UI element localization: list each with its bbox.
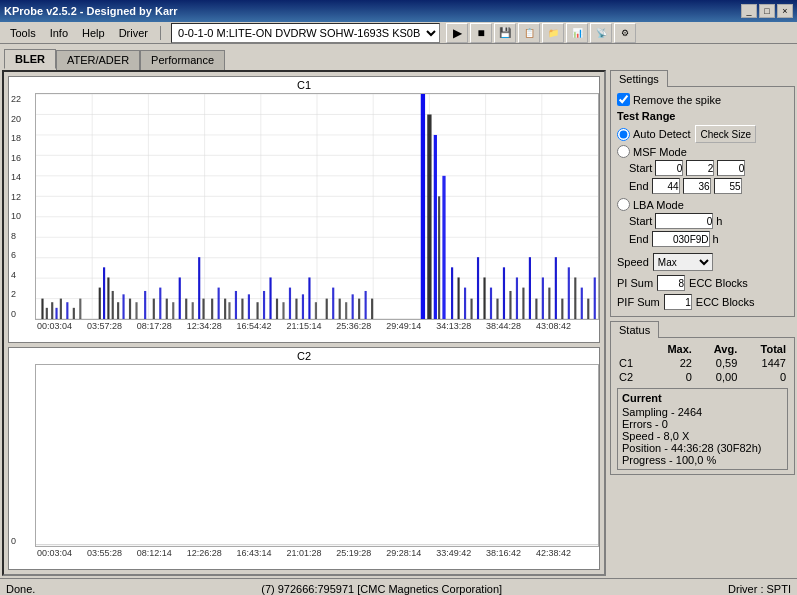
stop-button[interactable]: ■ (470, 23, 492, 43)
svg-rect-68 (352, 294, 354, 319)
svg-rect-26 (66, 302, 68, 319)
y-label-16: 16 (11, 153, 33, 163)
tab-performance[interactable]: Performance (140, 50, 225, 70)
c1-chart-svg (36, 94, 598, 319)
auto-detect-label: Auto Detect (633, 128, 690, 140)
svg-rect-78 (458, 277, 460, 319)
c2-x1: 03:55:28 (87, 548, 122, 558)
svg-rect-45 (198, 257, 200, 319)
check-size-button[interactable]: Check Size (695, 125, 756, 143)
tab-ater-ader[interactable]: ATER/ADER (56, 50, 140, 70)
status-table: Max. Avg. Total C1 22 0,59 1447 (617, 342, 788, 384)
speed-current-label: Speed - (622, 430, 661, 442)
status-c2-label: C2 (617, 370, 647, 384)
msf-end-0[interactable] (652, 178, 680, 194)
msf-mode-label: MSF Mode (633, 146, 687, 158)
save-button[interactable]: 💾 (494, 23, 516, 43)
svg-rect-52 (241, 299, 243, 319)
antenna-button[interactable]: 📡 (590, 23, 612, 43)
speed-current-row: Speed - 8,0 X (622, 430, 783, 442)
tab-bler[interactable]: BLER (4, 49, 56, 69)
svg-rect-51 (235, 291, 237, 319)
c1-x5: 21:15:14 (286, 321, 321, 331)
c1-y-axis: 22 20 18 16 14 12 10 8 6 4 2 0 (9, 93, 35, 320)
speed-select[interactable]: Max (653, 253, 713, 271)
svg-rect-96 (574, 277, 576, 319)
remove-spike-checkbox[interactable] (617, 93, 630, 106)
folder-button[interactable]: 📁 (542, 23, 564, 43)
c1-x10: 43:08:42 (536, 321, 571, 331)
c1-x3: 12:34:28 (187, 321, 222, 331)
pif-sum-input[interactable] (664, 294, 692, 310)
svg-rect-85 (503, 267, 505, 319)
drive-selector[interactable]: 0-0-1-0 M:LITE-ON DVDRW SOHW-1693S KS0B (171, 23, 440, 43)
svg-rect-36 (135, 302, 137, 319)
svg-rect-97 (581, 288, 583, 320)
svg-rect-37 (144, 291, 146, 319)
svg-rect-69 (358, 299, 360, 319)
msf-mode-radio[interactable] (617, 145, 630, 158)
lba-start-input[interactable] (655, 213, 713, 229)
speed-current-value: 8,0 X (664, 430, 690, 442)
pi-sum-row: PI Sum ECC Blocks (617, 275, 788, 291)
tab-bar: BLER ATER/ADER Performance (0, 44, 797, 68)
msf-start-0[interactable] (655, 160, 683, 176)
svg-rect-41 (172, 302, 174, 319)
svg-rect-25 (60, 299, 62, 319)
msf-end-1[interactable] (683, 178, 711, 194)
status-c1-total: 1447 (739, 356, 788, 370)
msf-end-2[interactable] (714, 178, 742, 194)
menu-tools[interactable]: Tools (4, 25, 42, 41)
svg-rect-22 (46, 308, 48, 319)
progress-row: Progress - 100,0 % (622, 454, 783, 466)
msf-start-2[interactable] (717, 160, 745, 176)
lba-mode-radio[interactable] (617, 198, 630, 211)
menu-driver[interactable]: Driver (113, 25, 154, 41)
svg-rect-30 (103, 267, 105, 319)
status-c2-avg: 0,00 (694, 370, 739, 384)
svg-rect-83 (490, 288, 492, 320)
svg-rect-50 (228, 302, 230, 319)
current-title: Current (622, 392, 783, 404)
status-tab[interactable]: Status (610, 321, 659, 338)
auto-detect-radio[interactable] (617, 128, 630, 141)
copy-button[interactable]: 📋 (518, 23, 540, 43)
svg-rect-95 (568, 267, 570, 319)
minimize-button[interactable]: _ (741, 4, 757, 18)
status-col-total: Total (739, 342, 788, 356)
status-c1-label: C1 (617, 356, 647, 370)
status-bar-center: (7) 972666:795971 [CMC Magnetics Corpora… (261, 583, 502, 595)
msf-start-1[interactable] (686, 160, 714, 176)
settings-button[interactable]: ⚙ (614, 23, 636, 43)
c1-chart-title: C1 (9, 77, 599, 93)
svg-rect-90 (535, 299, 537, 319)
c1-x7: 29:49:14 (386, 321, 421, 331)
svg-rect-89 (529, 257, 531, 319)
settings-content: Remove the spike Test Range Auto Detect … (610, 86, 795, 317)
msf-mode-row: MSF Mode (617, 145, 788, 158)
settings-tab[interactable]: Settings (610, 70, 668, 87)
lba-end-h: h (713, 233, 719, 245)
svg-rect-44 (192, 302, 194, 319)
svg-rect-58 (282, 302, 284, 319)
c1-x-labels: 00:03:04 03:57:28 08:17:28 12:34:28 16:5… (9, 320, 599, 331)
pi-sum-input[interactable] (657, 275, 685, 291)
svg-rect-63 (315, 302, 317, 319)
close-button[interactable]: × (777, 4, 793, 18)
lba-end-input[interactable] (652, 231, 710, 247)
progress-label: Progress - (622, 454, 673, 466)
svg-rect-81 (477, 257, 479, 319)
svg-rect-43 (185, 299, 187, 319)
maximize-button[interactable]: □ (759, 4, 775, 18)
menu-help[interactable]: Help (76, 25, 111, 41)
svg-rect-74 (434, 135, 437, 319)
c1-x2: 08:17:28 (137, 321, 172, 331)
lba-start-h: h (716, 215, 722, 227)
svg-rect-91 (542, 277, 544, 319)
play-button[interactable]: ▶ (446, 23, 468, 43)
charts-panel: C1 22 20 18 16 14 12 10 8 6 4 2 0 (2, 70, 606, 576)
c2-plot-area (35, 364, 599, 547)
menu-info[interactable]: Info (44, 25, 74, 41)
c1-x6: 25:36:28 (336, 321, 371, 331)
chart-button[interactable]: 📊 (566, 23, 588, 43)
